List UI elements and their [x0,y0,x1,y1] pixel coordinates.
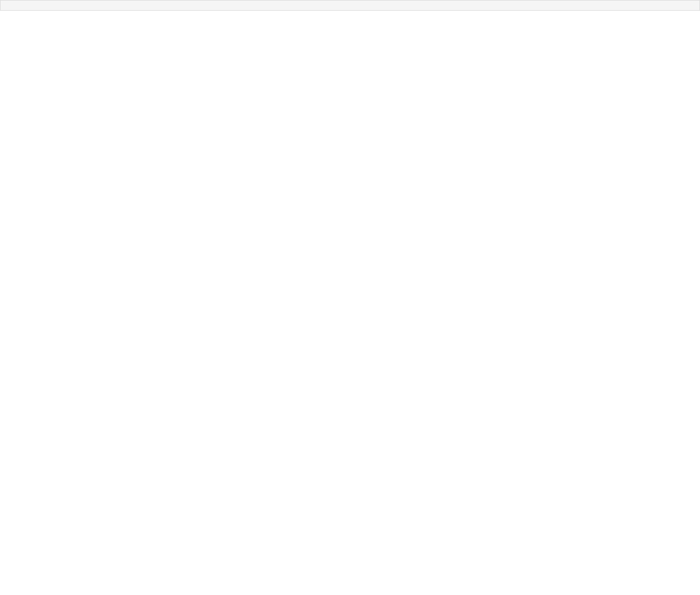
code-snippet [0,0,700,11]
